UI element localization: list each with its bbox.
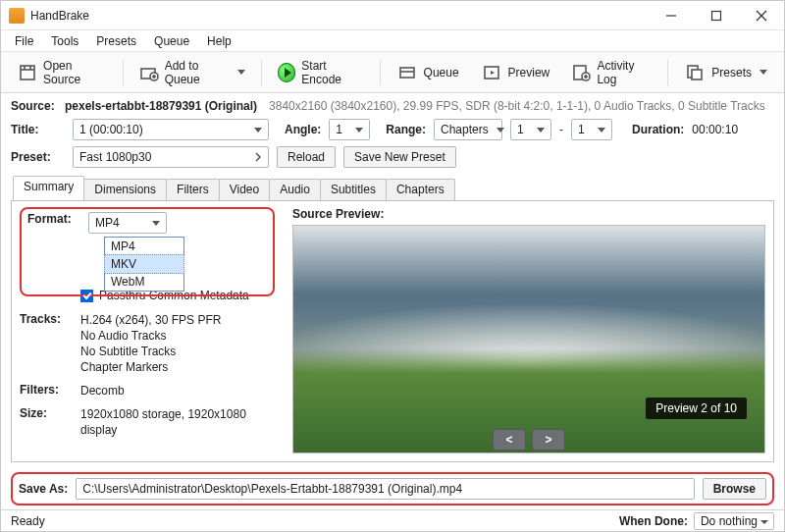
toolbar-add-to-queue[interactable]: Add to Queue xyxy=(131,55,254,90)
toolbar-divider xyxy=(667,60,668,85)
tracks-value: H.264 (x264), 30 FPS PFR No Audio Tracks… xyxy=(80,312,275,375)
chevron-down-icon xyxy=(355,128,363,133)
window-close-button[interactable] xyxy=(739,1,784,30)
preview-counter-badge: Preview 2 of 10 xyxy=(646,398,747,419)
svg-rect-4 xyxy=(21,66,34,80)
menu-presets[interactable]: Presets xyxy=(88,32,144,50)
menu-queue[interactable]: Queue xyxy=(146,32,197,50)
menu-file[interactable]: File xyxy=(7,32,41,50)
svg-rect-12 xyxy=(400,68,414,78)
toolbar-queue-label: Queue xyxy=(424,66,459,80)
preview-prev-button[interactable]: < xyxy=(493,429,526,451)
reload-preset-button[interactable]: Reload xyxy=(277,146,336,168)
tab-dimensions[interactable]: Dimensions xyxy=(83,179,167,200)
tracks-label: Tracks: xyxy=(20,312,80,375)
menubar: File Tools Presets Queue Help xyxy=(1,30,784,52)
save-as-highlight-area: Save As: C:\Users\Administrator\Desktop\… xyxy=(11,472,774,505)
source-row: Source: pexels-ertabbt-18879391 (Origina… xyxy=(11,99,774,113)
format-dropdown-list: MP4 MKV WebM xyxy=(104,237,184,292)
range-from-select[interactable]: 1 xyxy=(510,119,551,140)
source-label: Source: xyxy=(11,99,65,113)
chevron-down-icon xyxy=(254,128,262,133)
toolbar-add-to-queue-label: Add to Queue xyxy=(165,59,230,86)
tab-filters[interactable]: Filters xyxy=(166,179,220,200)
title-select[interactable]: 1 (00:00:10) xyxy=(73,119,269,140)
preview-icon xyxy=(481,62,502,83)
toolbar-open-source[interactable]: Open Source xyxy=(9,55,116,90)
svg-marker-15 xyxy=(491,71,495,75)
app-icon xyxy=(9,8,25,24)
source-preview-image: Preview 2 of 10 < > xyxy=(292,225,765,453)
toolbar-presets-label: Presets xyxy=(711,66,752,80)
status-bar: Ready When Done: Do nothing xyxy=(1,509,784,531)
add-queue-icon xyxy=(139,62,159,83)
toolbar-presets[interactable]: Presets xyxy=(675,58,776,87)
filters-value: Decomb xyxy=(80,383,275,399)
tab-body-summary: Format: MP4 MP4 MKV WebM Passthru Common… xyxy=(11,201,774,462)
chevron-down-icon xyxy=(237,70,245,75)
browse-button[interactable]: Browse xyxy=(703,478,766,500)
when-done-select[interactable]: Do nothing xyxy=(694,512,774,530)
duration-value: 00:00:10 xyxy=(692,123,738,136)
queue-icon xyxy=(396,62,418,83)
format-select[interactable]: MP4 xyxy=(88,212,167,234)
preset-row: Preset: Fast 1080p30 Reload Save New Pre… xyxy=(11,146,774,168)
window-titlebar: HandBrake xyxy=(1,1,784,30)
format-label: Format: xyxy=(27,212,88,234)
range-to-select[interactable]: 1 xyxy=(571,119,612,140)
play-icon xyxy=(278,63,295,82)
chevron-down-icon xyxy=(497,128,504,133)
format-highlight-area: Format: MP4 MP4 MKV WebM xyxy=(20,207,275,296)
toolbar: Open Source Add to Queue Start Encode Qu… xyxy=(1,52,784,93)
filters-label: Filters: xyxy=(20,383,80,399)
svg-rect-21 xyxy=(692,70,702,80)
when-done-label: When Done: xyxy=(619,514,688,528)
tab-video[interactable]: Video xyxy=(219,179,270,200)
toolbar-activity-log[interactable]: Activity Log xyxy=(562,55,660,90)
toolbar-divider xyxy=(380,60,381,85)
angle-label: Angle: xyxy=(285,123,321,136)
chevron-down-icon xyxy=(598,128,605,133)
toolbar-queue[interactable]: Queue xyxy=(388,58,468,87)
toolbar-open-source-label: Open Source xyxy=(43,59,107,86)
angle-select[interactable]: 1 xyxy=(329,119,370,140)
toolbar-start-encode[interactable]: Start Encode xyxy=(269,55,373,90)
chevron-right-icon xyxy=(254,151,262,163)
tabs: Summary Dimensions Filters Video Audio S… xyxy=(11,176,774,201)
toolbar-preview-label: Preview xyxy=(508,66,550,80)
title-row: Title: 1 (00:00:10) Angle: 1 Range: Chap… xyxy=(11,119,774,140)
toolbar-activity-label: Activity Log xyxy=(597,59,652,86)
range-type-select[interactable]: Chapters xyxy=(434,119,502,140)
preset-select[interactable]: Fast 1080p30 xyxy=(73,146,269,168)
activity-log-icon xyxy=(571,62,591,83)
menu-help[interactable]: Help xyxy=(199,32,239,50)
tab-summary[interactable]: Summary xyxy=(13,176,84,200)
source-meta: 3840x2160 (3840x2160), 29.99 FPS, SDR (8… xyxy=(269,99,765,113)
chevron-down-icon xyxy=(537,128,545,133)
save-new-preset-button[interactable]: Save New Preset xyxy=(343,146,456,168)
source-preview-title: Source Preview: xyxy=(292,207,765,221)
menu-tools[interactable]: Tools xyxy=(43,32,86,50)
range-label: Range: xyxy=(386,123,426,136)
tab-subtitles[interactable]: Subtitles xyxy=(320,179,387,200)
window-maximize-button[interactable] xyxy=(694,1,739,30)
preview-next-button[interactable]: > xyxy=(532,429,565,451)
presets-icon xyxy=(684,62,706,83)
tab-audio[interactable]: Audio xyxy=(269,179,321,200)
preset-label: Preset: xyxy=(11,150,65,164)
format-option-mkv[interactable]: MKV xyxy=(104,254,184,274)
duration-label: Duration: xyxy=(632,123,684,136)
toolbar-preview[interactable]: Preview xyxy=(472,58,559,87)
toolbar-start-label: Start Encode xyxy=(301,59,363,86)
toolbar-divider xyxy=(123,60,124,85)
window-minimize-button[interactable] xyxy=(649,1,694,30)
toolbar-divider xyxy=(261,60,262,85)
save-as-path-input[interactable]: C:\Users\Administrator\Desktop\Pexels-Er… xyxy=(76,478,694,500)
format-option-mp4[interactable]: MP4 xyxy=(105,238,183,255)
format-option-webm[interactable]: WebM xyxy=(105,273,183,291)
chevron-down-icon xyxy=(152,221,160,226)
tab-chapters[interactable]: Chapters xyxy=(386,179,455,200)
size-label: Size: xyxy=(20,406,80,438)
source-name: pexels-ertabbt-18879391 (Original) xyxy=(65,99,257,113)
size-value: 1920x1080 storage, 1920x1080 display xyxy=(80,406,275,438)
